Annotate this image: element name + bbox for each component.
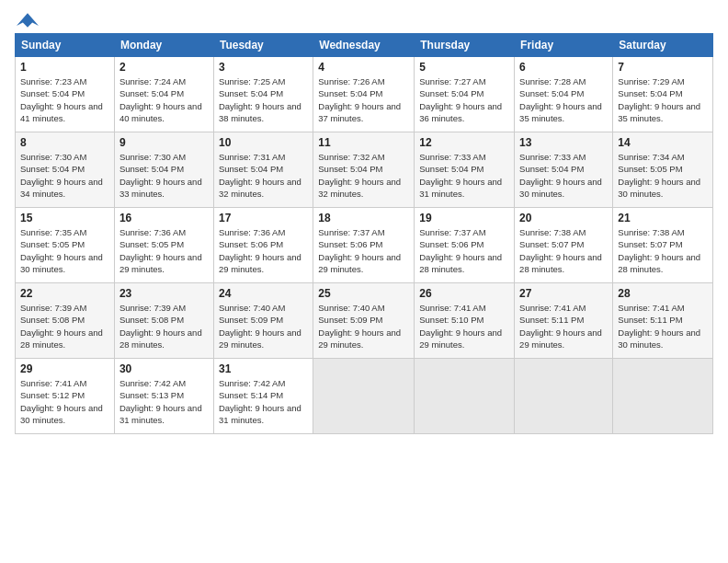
day-info: Sunrise: 7:41 AMSunset: 5:12 PMDaylight:… <box>20 377 109 426</box>
day-number: 16 <box>119 212 209 224</box>
day-number: 10 <box>219 136 308 149</box>
calendar-container: SundayMondayTuesdayWednesdayThursdayFrid… <box>0 0 728 443</box>
day-number: 1 <box>20 61 109 74</box>
day-number: 26 <box>419 287 509 300</box>
day-number: 21 <box>618 212 708 224</box>
calendar-cell <box>515 359 613 434</box>
calendar-cell: 14Sunrise: 7:34 AMSunset: 5:05 PMDayligh… <box>613 132 713 208</box>
day-number: 13 <box>519 136 608 149</box>
day-number: 5 <box>419 61 509 74</box>
day-number: 6 <box>519 61 608 74</box>
calendar-cell: 3Sunrise: 7:25 AMSunset: 5:04 PMDaylight… <box>213 57 313 132</box>
header-row <box>15 11 713 26</box>
day-info: Sunrise: 7:42 AMSunset: 5:13 PMDaylight:… <box>119 377 209 426</box>
calendar-cell: 29Sunrise: 7:41 AMSunset: 5:12 PMDayligh… <box>16 359 115 434</box>
calendar-cell: 22Sunrise: 7:39 AMSunset: 5:08 PMDayligh… <box>16 283 115 359</box>
calendar-cell <box>613 359 713 434</box>
day-info: Sunrise: 7:31 AMSunset: 5:04 PMDaylight:… <box>219 151 308 200</box>
day-number: 20 <box>519 212 608 224</box>
calendar-cell: 11Sunrise: 7:32 AMSunset: 5:04 PMDayligh… <box>313 132 415 208</box>
day-number: 17 <box>219 212 308 224</box>
day-number: 2 <box>119 61 209 74</box>
day-number: 24 <box>219 287 308 300</box>
calendar-cell: 23Sunrise: 7:39 AMSunset: 5:08 PMDayligh… <box>114 283 213 359</box>
day-number: 4 <box>318 61 409 74</box>
calendar-table: SundayMondayTuesdayWednesdayThursdayFrid… <box>15 33 713 434</box>
day-info: Sunrise: 7:41 AMSunset: 5:10 PMDaylight:… <box>419 302 509 350</box>
day-info: Sunrise: 7:42 AMSunset: 5:14 PMDaylight:… <box>219 377 308 426</box>
day-number: 18 <box>318 212 409 224</box>
day-info: Sunrise: 7:40 AMSunset: 5:09 PMDaylight:… <box>219 302 308 350</box>
calendar-week-row: 8Sunrise: 7:30 AMSunset: 5:04 PMDaylight… <box>16 132 713 208</box>
day-info: Sunrise: 7:28 AMSunset: 5:04 PMDaylight:… <box>519 75 608 124</box>
day-info: Sunrise: 7:38 AMSunset: 5:07 PMDaylight:… <box>519 226 608 275</box>
day-info: Sunrise: 7:32 AMSunset: 5:04 PMDaylight:… <box>318 151 409 200</box>
calendar-cell: 1Sunrise: 7:23 AMSunset: 5:04 PMDaylight… <box>16 57 115 132</box>
calendar-cell: 4Sunrise: 7:26 AMSunset: 5:04 PMDaylight… <box>313 57 415 132</box>
calendar-cell: 9Sunrise: 7:30 AMSunset: 5:04 PMDaylight… <box>114 132 213 208</box>
calendar-cell: 18Sunrise: 7:37 AMSunset: 5:06 PMDayligh… <box>313 208 415 283</box>
day-number: 23 <box>119 287 209 300</box>
calendar-cell: 24Sunrise: 7:40 AMSunset: 5:09 PMDayligh… <box>213 283 313 359</box>
day-number: 14 <box>618 136 708 149</box>
calendar-week-row: 1Sunrise: 7:23 AMSunset: 5:04 PMDaylight… <box>16 57 713 132</box>
calendar-cell: 27Sunrise: 7:41 AMSunset: 5:11 PMDayligh… <box>515 283 613 359</box>
calendar-cell: 13Sunrise: 7:33 AMSunset: 5:04 PMDayligh… <box>515 132 613 208</box>
day-info: Sunrise: 7:30 AMSunset: 5:04 PMDaylight:… <box>119 151 209 200</box>
calendar-cell <box>313 359 415 434</box>
weekday-header: Tuesday <box>213 34 313 57</box>
calendar-cell: 15Sunrise: 7:35 AMSunset: 5:05 PMDayligh… <box>16 208 115 283</box>
day-info: Sunrise: 7:41 AMSunset: 5:11 PMDaylight:… <box>519 302 608 350</box>
day-info: Sunrise: 7:38 AMSunset: 5:07 PMDaylight:… <box>618 226 708 275</box>
calendar-week-row: 22Sunrise: 7:39 AMSunset: 5:08 PMDayligh… <box>16 283 713 359</box>
weekday-header: Wednesday <box>313 34 415 57</box>
calendar-cell: 21Sunrise: 7:38 AMSunset: 5:07 PMDayligh… <box>613 208 713 283</box>
day-number: 19 <box>419 212 509 224</box>
logo <box>15 11 39 26</box>
logo-bird-icon <box>17 11 39 29</box>
calendar-cell: 28Sunrise: 7:41 AMSunset: 5:11 PMDayligh… <box>613 283 713 359</box>
day-number: 25 <box>318 287 409 300</box>
calendar-cell: 25Sunrise: 7:40 AMSunset: 5:09 PMDayligh… <box>313 283 415 359</box>
weekday-header: Monday <box>114 34 213 57</box>
svg-marker-0 <box>17 13 39 27</box>
calendar-cell: 30Sunrise: 7:42 AMSunset: 5:13 PMDayligh… <box>114 359 213 434</box>
calendar-cell: 10Sunrise: 7:31 AMSunset: 5:04 PMDayligh… <box>213 132 313 208</box>
day-number: 11 <box>318 136 409 149</box>
day-info: Sunrise: 7:41 AMSunset: 5:11 PMDaylight:… <box>618 302 708 350</box>
day-info: Sunrise: 7:37 AMSunset: 5:06 PMDaylight:… <box>318 226 409 275</box>
day-number: 30 <box>119 362 209 375</box>
day-info: Sunrise: 7:24 AMSunset: 5:04 PMDaylight:… <box>119 75 209 124</box>
day-number: 3 <box>219 61 308 74</box>
day-info: Sunrise: 7:37 AMSunset: 5:06 PMDaylight:… <box>419 226 509 275</box>
calendar-cell: 20Sunrise: 7:38 AMSunset: 5:07 PMDayligh… <box>515 208 613 283</box>
day-info: Sunrise: 7:29 AMSunset: 5:04 PMDaylight:… <box>618 75 708 124</box>
calendar-cell: 12Sunrise: 7:33 AMSunset: 5:04 PMDayligh… <box>415 132 515 208</box>
calendar-week-row: 29Sunrise: 7:41 AMSunset: 5:12 PMDayligh… <box>16 359 713 434</box>
day-info: Sunrise: 7:39 AMSunset: 5:08 PMDaylight:… <box>20 302 109 350</box>
day-number: 22 <box>20 287 109 300</box>
calendar-cell: 5Sunrise: 7:27 AMSunset: 5:04 PMDaylight… <box>415 57 515 132</box>
day-info: Sunrise: 7:30 AMSunset: 5:04 PMDaylight:… <box>20 151 109 200</box>
day-info: Sunrise: 7:34 AMSunset: 5:05 PMDaylight:… <box>618 151 708 200</box>
day-info: Sunrise: 7:39 AMSunset: 5:08 PMDaylight:… <box>119 302 209 350</box>
day-info: Sunrise: 7:26 AMSunset: 5:04 PMDaylight:… <box>318 75 409 124</box>
day-info: Sunrise: 7:27 AMSunset: 5:04 PMDaylight:… <box>419 75 509 124</box>
day-number: 12 <box>419 136 509 149</box>
weekday-header-row: SundayMondayTuesdayWednesdayThursdayFrid… <box>16 34 713 57</box>
calendar-cell: 2Sunrise: 7:24 AMSunset: 5:04 PMDaylight… <box>114 57 213 132</box>
day-info: Sunrise: 7:23 AMSunset: 5:04 PMDaylight:… <box>20 75 109 124</box>
weekday-header: Sunday <box>16 34 115 57</box>
calendar-week-row: 15Sunrise: 7:35 AMSunset: 5:05 PMDayligh… <box>16 208 713 283</box>
calendar-cell: 6Sunrise: 7:28 AMSunset: 5:04 PMDaylight… <box>515 57 613 132</box>
weekday-header: Thursday <box>415 34 515 57</box>
day-number: 9 <box>119 136 209 149</box>
day-info: Sunrise: 7:36 AMSunset: 5:05 PMDaylight:… <box>119 226 209 275</box>
day-number: 31 <box>219 362 308 375</box>
day-number: 28 <box>618 287 708 300</box>
calendar-cell: 7Sunrise: 7:29 AMSunset: 5:04 PMDaylight… <box>613 57 713 132</box>
weekday-header: Friday <box>515 34 613 57</box>
day-number: 29 <box>20 362 109 375</box>
calendar-cell: 8Sunrise: 7:30 AMSunset: 5:04 PMDaylight… <box>16 132 115 208</box>
day-number: 15 <box>20 212 109 224</box>
